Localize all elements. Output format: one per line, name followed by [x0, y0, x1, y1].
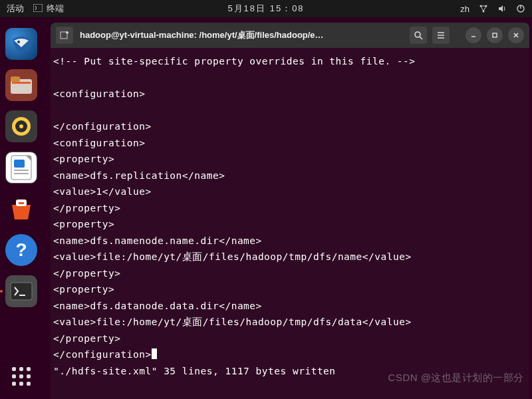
term-line: <property> — [53, 219, 114, 229]
term-line: <value>file:/home/yt/桌面/files/hadoop/tmp… — [53, 251, 412, 262]
term-status: "./hdfs-site.xml" 35 lines, 1117 bytes w… — [53, 366, 336, 376]
cursor — [152, 348, 157, 359]
term-line: <name>dfs.replication</name> — [53, 170, 225, 181]
dock-app-thunderbird[interactable] — [5, 28, 37, 60]
new-tab-button[interactable] — [56, 27, 73, 44]
terminal-window: hadoop@yt-virtual-machine: /home/yt/桌面/f… — [51, 23, 529, 399]
svg-rect-19 — [11, 283, 32, 300]
activities-button[interactable]: 活动 — [7, 3, 24, 15]
search-button[interactable] — [410, 27, 427, 44]
menu-button[interactable] — [432, 27, 450, 44]
term-line: </property> — [53, 203, 121, 213]
svg-point-6 — [17, 41, 20, 43]
network-icon[interactable] — [479, 4, 488, 13]
term-line: </property> — [53, 333, 121, 344]
svg-rect-8 — [11, 76, 20, 82]
window-titlebar[interactable]: hadoop@yt-virtual-machine: /home/yt/桌面/f… — [51, 23, 529, 48]
svg-rect-18 — [19, 202, 24, 204]
svg-point-12 — [19, 124, 23, 128]
svg-rect-0 — [33, 4, 43, 12]
svg-rect-30 — [493, 33, 497, 37]
dock-app-rhythmbox[interactable] — [5, 110, 37, 142]
term-line: </configuration> — [53, 121, 152, 132]
dock-app-terminal[interactable] — [5, 275, 37, 307]
dock-app-software[interactable] — [5, 193, 37, 225]
dock-app-help[interactable]: ? — [5, 234, 37, 266]
minimize-button[interactable] — [466, 27, 481, 43]
term-line: <value>file:/home/yt/桌面/files/hadoop/tmp… — [53, 317, 412, 327]
show-applications-button[interactable] — [8, 363, 35, 390]
term-line: <property> — [53, 284, 114, 295]
dock: ? — [0, 17, 43, 399]
ime-indicator[interactable]: zh — [460, 4, 469, 14]
svg-line-25 — [420, 37, 422, 39]
svg-rect-9 — [12, 82, 31, 84]
term-line: </configuration> — [53, 349, 152, 360]
question-icon: ? — [15, 239, 27, 261]
terminal-content[interactable]: <!-- Put site-specific property override… — [51, 48, 529, 399]
power-icon[interactable] — [516, 4, 525, 13]
window-title: hadoop@yt-virtual-machine: /home/yt/桌面/f… — [80, 29, 403, 41]
term-line: <name>dfs.datanode.data.dir</name> — [53, 301, 262, 311]
maximize-button[interactable] — [487, 27, 503, 43]
svg-point-24 — [415, 32, 420, 37]
svg-rect-14 — [14, 160, 25, 168]
term-line: <configuration> — [53, 88, 145, 99]
dock-app-files[interactable] — [5, 69, 37, 101]
term-line: <!-- Put site-specific property override… — [53, 56, 416, 66]
volume-icon[interactable] — [497, 4, 507, 13]
system-topbar: 活动 终端 5月18日 15：08 zh — [0, 0, 532, 17]
terminal-icon — [33, 4, 43, 14]
close-button[interactable] — [508, 27, 524, 43]
clock[interactable]: 5月18日 15：08 — [227, 3, 304, 15]
term-line: <property> — [53, 154, 114, 164]
term-line: </property> — [53, 268, 121, 279]
term-line: <configuration> — [53, 138, 145, 148]
dock-app-libreoffice-writer[interactable] — [5, 152, 37, 184]
term-line: <name>dfs.namenode.name.dir</name> — [53, 235, 262, 246]
term-line: <value>1</value> — [53, 186, 152, 197]
app-menu[interactable]: 终端 — [33, 3, 64, 15]
watermark: CSDN @这也是计划的一部分 — [388, 372, 524, 384]
